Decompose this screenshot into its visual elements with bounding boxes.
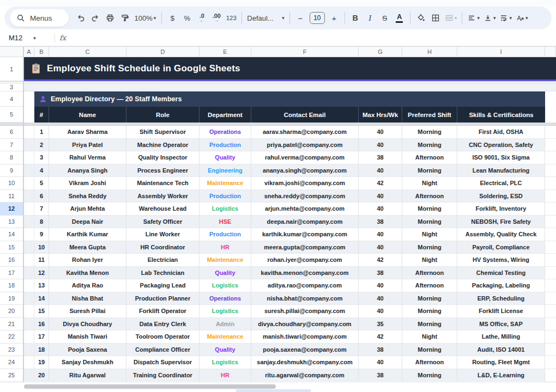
cell-preferred-shift[interactable]: Afternoon bbox=[402, 151, 457, 164]
cell-department[interactable]: Maintenance bbox=[200, 177, 251, 190]
cell-number[interactable]: 8 bbox=[34, 216, 49, 229]
cell-name[interactable]: Nisha Bhat bbox=[49, 292, 126, 305]
cell-reference-box[interactable]: M12 ▾ bbox=[0, 30, 50, 46]
cell-preferred-shift[interactable]: Afternoon bbox=[402, 190, 457, 203]
cell-max-hours[interactable]: 38 bbox=[359, 344, 402, 357]
text-color-button[interactable]: A bbox=[392, 10, 407, 26]
cell-role[interactable]: Assembly Worker bbox=[126, 190, 200, 203]
cell-role[interactable]: Shift Supervisor bbox=[126, 126, 200, 139]
cell-max-hours[interactable]: 42 bbox=[359, 177, 402, 190]
increase-font-size-button[interactable]: + bbox=[327, 10, 341, 26]
cell-preferred-shift[interactable]: Morning bbox=[402, 164, 457, 177]
cell-email[interactable]: ananya.singh@company.com bbox=[251, 164, 359, 177]
cell-max-hours[interactable]: 40 bbox=[359, 356, 402, 369]
row-header-6[interactable]: 6 bbox=[0, 126, 23, 139]
cell-email[interactable]: aarav.sharma@company.com bbox=[251, 126, 359, 139]
cell-email[interactable]: divya.choudhary@company.com bbox=[251, 318, 359, 331]
cell-max-hours[interactable]: 40 bbox=[359, 203, 402, 216]
spacer-cell[interactable] bbox=[24, 330, 34, 344]
table-header-skills-certifications[interactable]: Skills & Certifications bbox=[457, 107, 545, 122]
cell-department[interactable]: Admin bbox=[200, 318, 251, 331]
cell-number[interactable]: 16 bbox=[34, 318, 49, 331]
cell-department[interactable]: Quality bbox=[200, 344, 251, 357]
row-header-19[interactable]: 19 bbox=[0, 292, 23, 305]
spacer-cell[interactable] bbox=[24, 305, 34, 318]
spacer-cell[interactable] bbox=[24, 279, 34, 292]
cell-number[interactable]: 2 bbox=[34, 139, 49, 152]
cell-preferred-shift[interactable]: Morning bbox=[402, 139, 457, 152]
cell-preferred-shift[interactable]: Morning bbox=[402, 203, 457, 216]
decrease-decimals-button[interactable]: .0← bbox=[195, 10, 209, 26]
horizontal-scrollbar-track[interactable] bbox=[0, 382, 556, 390]
cell-skills[interactable]: Electrical, PLC bbox=[457, 177, 545, 190]
cell-role[interactable]: Lab Technician bbox=[126, 267, 200, 280]
spacer-cell[interactable] bbox=[24, 254, 34, 267]
cell-preferred-shift[interactable]: Morning bbox=[402, 292, 457, 305]
column-header-E[interactable]: E bbox=[200, 47, 251, 57]
cell-max-hours[interactable]: 42 bbox=[359, 330, 402, 344]
cell-role[interactable]: Maintenance Tech bbox=[126, 177, 200, 190]
row-header-17[interactable]: 17 bbox=[0, 267, 23, 280]
cell-department[interactable]: Quality bbox=[200, 267, 251, 280]
cell-role[interactable]: Process Engineer bbox=[126, 164, 200, 177]
spacer-cell[interactable] bbox=[24, 177, 34, 190]
cell-preferred-shift[interactable]: Morning bbox=[402, 305, 457, 318]
select-all-corner[interactable] bbox=[0, 47, 24, 57]
cell-max-hours[interactable]: 40 bbox=[359, 228, 402, 241]
table-header--[interactable]: # bbox=[34, 107, 49, 122]
cell-department[interactable]: Maintenance bbox=[200, 330, 251, 344]
column-header-C[interactable]: C bbox=[49, 47, 126, 57]
cell-skills[interactable]: Payroll, Compliance bbox=[457, 241, 545, 254]
cell-max-hours[interactable]: 38 bbox=[359, 369, 402, 382]
spacer-cell[interactable] bbox=[24, 216, 34, 229]
cell-department[interactable]: HR bbox=[200, 241, 251, 254]
cell-role[interactable]: Packaging Lead bbox=[126, 279, 200, 292]
cell-preferred-shift[interactable]: Afternoon bbox=[402, 267, 457, 280]
text-rotation-button[interactable]: A ▾ bbox=[514, 10, 530, 26]
cell-skills[interactable]: L&D, E-Learning bbox=[457, 369, 545, 382]
cell-name[interactable]: Rahul Verma bbox=[49, 151, 126, 164]
horizontal-scrollbar-thumb[interactable] bbox=[24, 384, 276, 389]
cell-name[interactable]: Sanjay Deshmukh bbox=[49, 356, 126, 369]
table-header-preferred-shift[interactable]: Preferred Shift bbox=[402, 107, 457, 122]
cell-preferred-shift[interactable]: Night bbox=[402, 330, 457, 344]
cell-email[interactable]: kavitha.menon@company.com bbox=[251, 267, 359, 280]
row-header-5[interactable]: 5 bbox=[0, 107, 23, 122]
strikethrough-button[interactable]: S bbox=[378, 10, 392, 26]
cell-number[interactable]: 5 bbox=[34, 177, 49, 190]
redo-button[interactable] bbox=[88, 10, 102, 26]
cell-skills[interactable]: ISO 9001, Six Sigma bbox=[457, 151, 545, 164]
column-header-I[interactable]: I bbox=[457, 47, 545, 57]
row-header-8[interactable]: 8 bbox=[0, 151, 23, 164]
spacer-cell[interactable] bbox=[24, 151, 34, 164]
cell-name[interactable]: Aarav Sharma bbox=[49, 126, 126, 139]
cell-number[interactable]: 10 bbox=[34, 241, 49, 254]
vertical-align-button[interactable]: ▾ bbox=[482, 10, 498, 26]
row-header-16[interactable]: 16 bbox=[0, 254, 23, 267]
cell-department[interactable]: Production bbox=[200, 139, 251, 152]
cell-skills[interactable]: Routing, Fleet Mgmt bbox=[457, 356, 545, 369]
merge-cells-button[interactable]: ▾ bbox=[443, 10, 459, 26]
cell-skills[interactable]: CNC Operation, Safety bbox=[457, 139, 545, 152]
cell-department[interactable]: Engineering bbox=[200, 164, 251, 177]
spacer-cell[interactable] bbox=[24, 369, 34, 382]
row-header-20[interactable]: 20 bbox=[0, 305, 23, 318]
cell-preferred-shift[interactable]: Afternoon bbox=[402, 279, 457, 292]
sheet-title-banner[interactable]: Employee Shift Schedule in Google Sheets bbox=[24, 57, 556, 81]
cell-skills[interactable]: Audit, ISO 14001 bbox=[457, 344, 545, 357]
cell-department[interactable]: Production bbox=[200, 190, 251, 203]
cell-role[interactable]: HR Coordinator bbox=[126, 241, 200, 254]
spacer-cell[interactable] bbox=[24, 228, 34, 241]
cell-email[interactable]: ritu.agarwal@company.com bbox=[251, 369, 359, 382]
cell-max-hours[interactable]: 40 bbox=[359, 139, 402, 152]
table-header-name[interactable]: Name bbox=[49, 107, 126, 122]
row-header-13[interactable]: 13 bbox=[0, 216, 23, 229]
cell-email[interactable]: vikram.joshi@company.com bbox=[251, 177, 359, 190]
row-header-22[interactable]: 22 bbox=[0, 330, 23, 344]
cell-email[interactable]: manish.tiwari@company.com bbox=[251, 330, 359, 344]
cell-email[interactable]: suresh.pillai@company.com bbox=[251, 305, 359, 318]
format-currency-button[interactable]: $ bbox=[165, 10, 179, 26]
cell-department[interactable]: HR bbox=[200, 369, 251, 382]
cell-max-hours[interactable]: 40 bbox=[359, 190, 402, 203]
table-header-max-hrs-wk[interactable]: Max Hrs/Wk bbox=[359, 107, 402, 122]
